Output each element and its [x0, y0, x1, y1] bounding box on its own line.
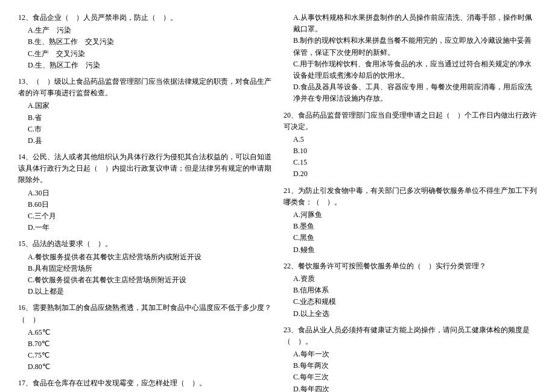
- question-text: 20、食品药品监督管理部门应当自受理申请之日起（ ）个工作日内做出行政许可决定。: [284, 110, 537, 133]
- page-container: 12、食品企业（ ）人员严禁串岗，防止（ ）。A.生产 污染B.生、熟区工作 交…: [18, 12, 537, 392]
- option-2: C.75℃: [18, 350, 271, 361]
- option-1: B.每年两次: [284, 360, 537, 371]
- option-3: D.食品及器具等设备、工具、容器应专用，每餐次使用前应消毒，用后应洗净并在专用保…: [284, 81, 537, 104]
- option-2: C.业态和规模: [284, 296, 537, 308]
- option-2: C.市: [18, 124, 271, 135]
- option-1: B.生、熟区工作 交叉污染: [18, 36, 271, 48]
- option-3: D.每年四次: [284, 384, 537, 392]
- option-0: A.河豚鱼: [284, 209, 537, 221]
- option-3: D.以上都是: [18, 286, 271, 297]
- question-q13: 13、（ ）级以上食品药品监督管理部门应当依据法律规定的职责，对食品生产者的许可…: [18, 76, 271, 147]
- option-3: D.生、熟区工作 污染: [18, 60, 271, 71]
- option-3: D.鳗鱼: [284, 244, 537, 256]
- question-q20: 20、食品药品监督管理部门应当自受理申请之日起（ ）个工作日内做出行政许可决定。…: [284, 110, 537, 180]
- option-1: B.具有固定经营场所: [18, 263, 271, 274]
- option-0: A.65℃: [18, 327, 271, 338]
- question-text: 17、食品在仓库存在过程中发现霉变，应怎样处理（ ）。: [18, 378, 271, 389]
- option-3: D.以上全选: [284, 308, 537, 320]
- option-0: A.30日: [18, 188, 271, 199]
- option-2: C.15: [284, 157, 537, 168]
- left-column: 12、食品企业（ ）人员严禁串岗，防止（ ）。A.生产 污染B.生、熟区工作 交…: [18, 12, 271, 392]
- option-3: D.80℃: [18, 361, 271, 373]
- option-0: A.国家: [18, 100, 271, 112]
- option-1: B.制作的现榨饮料和水果拼盘当餐不能用完的，应立即放入冷藏设施中妥善保管，保证下…: [284, 35, 537, 58]
- question-text: 16、需要熟制加工的食品应烧熟煮透，其加工时食品中心温度应不低于多少度？（ ）: [18, 302, 271, 325]
- option-0: A.资质: [284, 273, 537, 285]
- option-1: B.省: [18, 112, 271, 124]
- option-2: C.每年三次: [284, 371, 537, 383]
- option-1: B.墨鱼: [284, 221, 537, 232]
- question-text: 23、食品从业人员必须持有健康证方能上岗操作，请问员工健康体检的频度是（ ）。: [284, 324, 537, 347]
- option-0: A.餐饮服务提供者在其餐饮主店经营场所内或附近开设: [18, 251, 271, 263]
- question-text: 13、（ ）级以上食品药品监督管理部门应当依据法律规定的职责，对食品生产者的许可…: [18, 76, 271, 99]
- right-column: A.从事饮料规格和水果拼盘制作的人员操作前应清洗、消毒手部，操作时佩戴口罩。B.…: [284, 12, 537, 392]
- option-0: A.生产 污染: [18, 25, 271, 36]
- question-q12: 12、食品企业（ ）人员严禁串岗，防止（ ）。A.生产 污染B.生、熟区工作 交…: [18, 12, 271, 71]
- option-1: B.信用体系: [284, 285, 537, 296]
- option-2: C.用于制作现榨饮料、食用冰等食品的水，应当通过过符合相关规定的净水设备处理后或…: [284, 58, 537, 81]
- option-2: C.黑鱼: [284, 232, 537, 244]
- option-0: A.从事饮料规格和水果拼盘制作的人员操作前应清洗、消毒手部，操作时佩戴口罩。: [284, 12, 537, 35]
- columns-layout: 12、食品企业（ ）人员严禁串岗，防止（ ）。A.生产 污染B.生、熟区工作 交…: [18, 12, 537, 392]
- question-text: 15、品法的选址要求（ ）。: [18, 238, 271, 250]
- question-text: 14、公民、法人或者其他组织认为具体行政行为侵犯其合法权益的，可以自知道该具体行…: [18, 151, 271, 186]
- option-2: C.餐饮服务提供者在其餐饮主店经营场所附近开设: [18, 274, 271, 286]
- question-text: 12、食品企业（ ）人员严禁串岗，防止（ ）。: [18, 12, 271, 24]
- question-q15: 15、品法的选址要求（ ）。A.餐饮服务提供者在其餐饮主店经营场所内或附近开设B…: [18, 238, 271, 297]
- question-text: 22、餐饮服务许可可按照餐饮服务单位的（ ）实行分类管理？: [284, 261, 537, 272]
- option-1: B.10: [284, 145, 537, 157]
- option-2: C.生产 交叉污染: [18, 48, 271, 60]
- question-q17: 17、食品在仓库存在过程中发现霉变，应怎样处理（ ）。A.加工后再出售B.职工内…: [18, 378, 271, 392]
- option-3: D.县: [18, 135, 271, 147]
- question-q22: 22、餐饮服务许可可按照餐饮服务单位的（ ）实行分类管理？A.资质B.信用体系C…: [284, 261, 537, 320]
- option-0: A.5: [284, 134, 537, 145]
- option-3: D.20: [284, 168, 537, 180]
- option-3: D.一年: [18, 222, 271, 233]
- question-q21: 21、为防止引发食物中毒，有关部门已多次明确餐饮服务单位不得生产加工下列哪类食：…: [284, 185, 537, 256]
- option-1: B.70℃: [18, 338, 271, 350]
- option-1: B.60日: [18, 199, 271, 210]
- question-q19_options: A.从事饮料规格和水果拼盘制作的人员操作前应清洗、消毒手部，操作时佩戴口罩。B.…: [284, 12, 537, 105]
- option-2: C.三个月: [18, 210, 271, 222]
- question-q14: 14、公民、法人或者其他组织认为具体行政行为侵犯其合法权益的，可以自知道该具体行…: [18, 151, 271, 233]
- option-0: A.每年一次: [284, 349, 537, 360]
- question-q23: 23、食品从业人员必须持有健康证方能上岗操作，请问员工健康体检的频度是（ ）。A…: [284, 324, 537, 392]
- question-text: 21、为防止引发食物中毒，有关部门已多次明确餐饮服务单位不得生产加工下列哪类食：…: [284, 185, 537, 208]
- question-q16: 16、需要熟制加工的食品应烧熟煮透，其加工时食品中心温度应不低于多少度？（ ）A…: [18, 302, 271, 373]
